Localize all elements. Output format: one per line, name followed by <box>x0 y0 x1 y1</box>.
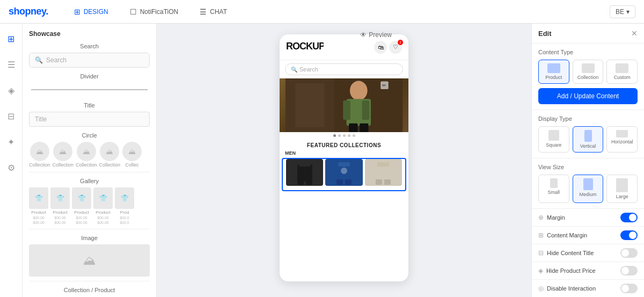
hero-dot-5[interactable] <box>353 134 355 137</box>
image-component[interactable]: ⛰ <box>29 244 150 277</box>
circle-item-4[interactable]: ⛰ Collection <box>99 142 121 168</box>
icon-sidebar: ⊞ ☰ ◈ ⊟ ✦ ⚙ <box>0 24 23 297</box>
ct-collection[interactable]: Collection <box>573 60 604 84</box>
svg-text:ROCKUPY: ROCKUPY <box>286 41 324 52</box>
language-button[interactable]: BE ▾ <box>610 5 635 18</box>
ct-product[interactable]: Product <box>538 60 569 84</box>
vs-medium-icon <box>583 178 593 190</box>
disable-interaction-icon: ◎ <box>538 285 544 292</box>
components-panel: Showcase Search 🔍 Search Divider Title T… <box>23 24 157 297</box>
cart-icon-btn[interactable]: 🛍 <box>374 41 387 54</box>
product-card-3[interactable] <box>365 159 402 186</box>
canvas-area: 👁 Preview ROCKUPY 🛍 ♡ 1 <box>157 24 531 297</box>
vs-medium[interactable]: Medium <box>573 175 604 203</box>
circle-item-2[interactable]: ⛰ Collection <box>53 142 74 168</box>
toggle-hide-content-title: ⊟ Hide Content Title <box>532 244 644 262</box>
gallery-item-4[interactable]: 👕 Product $00.00 $00.00 <box>93 187 113 224</box>
toggle-margin: ⊕ Margin <box>532 209 644 227</box>
view-size-section: View Size Small Medium Large <box>532 158 644 209</box>
title-section-label: Title <box>29 102 150 108</box>
toggle-disable-interaction-switch[interactable] <box>620 284 638 293</box>
divider-component[interactable] <box>29 83 150 97</box>
featured-collections-title: FEATURED COLLECTIONS <box>280 139 408 149</box>
circle-item-5[interactable]: ⛰ Collec <box>122 142 142 168</box>
svg-rect-19 <box>345 179 352 185</box>
gallery-grid: 👕 Product $00.00 $00.00 👕 Product $00.00… <box>29 187 150 224</box>
add-update-content-button[interactable]: Add / Update Content <box>538 88 638 104</box>
display-type-grid: Square Vertical Horizontal <box>538 126 638 153</box>
preview-label: 👁 Preview <box>360 31 392 39</box>
toggle-hide-product-price-label: ◈ Hide Product Price <box>538 267 596 274</box>
toggle-hide-content-title-switch[interactable] <box>620 248 638 258</box>
phone-action-icons: 🛍 ♡ 1 <box>374 41 402 54</box>
toggle-margin-switch[interactable] <box>620 213 638 222</box>
hero-dot-1[interactable] <box>333 134 336 137</box>
sidebar-icon-grid2[interactable]: ⊟ <box>3 107 20 125</box>
sidebar-icon-list[interactable]: ☰ <box>3 56 20 73</box>
circle-thumb-1: ⛰ <box>30 142 49 161</box>
circle-item-3[interactable]: ⛰ Collection <box>76 142 97 168</box>
toggle-content-margin-switch[interactable] <box>620 230 638 240</box>
dt-square[interactable]: Square <box>538 126 569 153</box>
hero-dots <box>280 132 408 139</box>
main-layout: ⊞ ☰ ◈ ⊟ ✦ ⚙ Showcase Search 🔍 Search Div… <box>0 24 644 297</box>
hero-dot-4[interactable] <box>348 134 350 137</box>
gallery-item-2[interactable]: 👕 Product $00.00 $00.00 <box>50 187 70 224</box>
toggle-content-margin-knob <box>629 231 636 239</box>
cart-icon: 🛍 <box>378 44 384 50</box>
hero-dot-2[interactable] <box>338 134 341 137</box>
wishlist-icon-btn[interactable]: ♡ 1 <box>389 41 402 54</box>
content-type-grid: Product Collection Custom <box>538 60 638 84</box>
edit-panel-header: Edit ✕ <box>532 24 644 44</box>
notification-icon: ☐ <box>130 8 137 16</box>
product-card-2[interactable] <box>325 159 362 186</box>
nav-design[interactable]: ⊞ DESIGN <box>70 5 113 18</box>
sidebar-icon-star[interactable]: ✦ <box>3 133 20 150</box>
dt-vertical[interactable]: Vertical <box>573 126 604 153</box>
divider-section-label: Divider <box>29 73 150 79</box>
phone-search-bar[interactable]: 🔍 Search <box>285 63 403 75</box>
product-image-2 <box>325 159 362 186</box>
circle-item-1[interactable]: ⛰ Collection <box>29 142 50 168</box>
section-men-label: MEN <box>280 149 408 158</box>
product-card-1[interactable] <box>286 159 323 186</box>
edit-panel: Edit ✕ Content Type Product Collection C… <box>531 24 644 297</box>
gallery-item-3[interactable]: 👕 Product $00.00 $00.00 <box>72 187 91 224</box>
svg-rect-13 <box>299 162 311 166</box>
circle-thumb-3: ⛰ <box>77 142 96 161</box>
dt-horizontal[interactable]: Horizontal <box>606 126 638 153</box>
ct-custom[interactable]: Custom <box>606 60 638 84</box>
svg-rect-9 <box>360 124 368 132</box>
sidebar-icon-drop[interactable]: ◈ <box>3 82 20 99</box>
toggle-hide-product-price-switch[interactable] <box>620 266 638 276</box>
toggle-content-margin-label: ⊞ Content Margin <box>538 231 587 239</box>
gallery-item-1[interactable]: 👕 Product $00.00 $00.00 <box>29 187 48 224</box>
phone-logo: ROCKUPY <box>286 40 324 54</box>
close-button[interactable]: ✕ <box>631 29 638 38</box>
search-component[interactable]: 🔍 Search <box>29 53 150 68</box>
collection-product-label: Collection / Product <box>29 287 150 293</box>
search-icon: 🔍 <box>35 56 43 64</box>
content-margin-icon: ⊞ <box>538 231 544 239</box>
title-component[interactable]: Title <box>29 112 150 127</box>
sidebar-icon-settings[interactable]: ⚙ <box>3 159 20 176</box>
toggle-margin-knob <box>629 214 636 221</box>
product-image-3 <box>365 159 402 186</box>
svg-rect-6 <box>343 100 350 120</box>
vs-small[interactable]: Small <box>538 175 569 203</box>
sidebar-icon-grid[interactable]: ⊞ <box>3 30 20 47</box>
gallery-item-5[interactable]: 👕 Prod $00.0 $00.0 <box>115 187 134 224</box>
toggle-disable-interaction-knob <box>621 285 629 292</box>
nav-chat[interactable]: ☰ CHAT <box>195 5 231 18</box>
nav-notification[interactable]: ☐ NotiFicaTiON <box>126 5 183 18</box>
svg-point-4 <box>350 81 368 100</box>
app-logo: shopney. <box>9 6 48 17</box>
svg-rect-17 <box>338 162 350 166</box>
vs-large[interactable]: Large <box>606 175 638 203</box>
svg-rect-12 <box>297 164 312 182</box>
hero-dot-3[interactable] <box>343 134 346 137</box>
search-section-label: Search <box>29 43 150 49</box>
toggle-hide-product-price-knob <box>621 267 629 274</box>
circle-thumb-4: ⛰ <box>100 142 119 161</box>
vs-small-icon <box>550 178 558 188</box>
